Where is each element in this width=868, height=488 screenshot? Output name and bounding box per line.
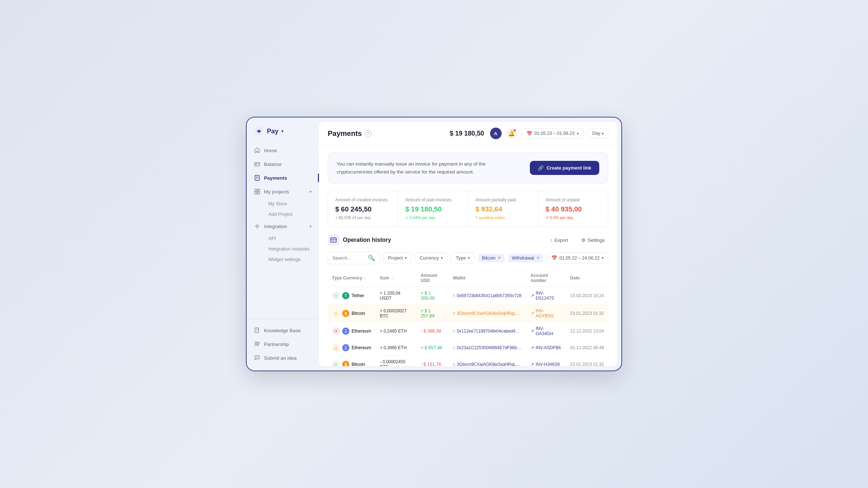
stat-sub-3: ↗ 0.5% per day xyxy=(545,215,601,220)
stat-sub-1: ✓ 5.04% per day xyxy=(405,215,461,220)
type-filter-button[interactable]: Type ▾ xyxy=(451,252,475,264)
cell-sum-1: + 0,00020027 BTC xyxy=(375,305,416,322)
account-number-2[interactable]: ↗ INV-GA34GH xyxy=(531,326,562,336)
bitcoin-filter-tag[interactable]: Bitcoin ✕ xyxy=(478,254,505,262)
wallet-copy-icon-4[interactable]: ⎘ xyxy=(453,362,455,366)
table-header-row: Type Currency ↕ Sum ↓ Amount USD Wallet … xyxy=(328,269,608,287)
sidebar-item-integration[interactable]: Integration ▾ xyxy=(250,219,316,233)
payments-icon xyxy=(254,175,260,181)
account-number-3[interactable]: ↗ INV-ASDFB6 xyxy=(531,345,562,350)
sidebar-item-partnership[interactable]: Partnership xyxy=(250,337,316,351)
withdrawal-tag-remove[interactable]: ✕ xyxy=(536,256,540,260)
transactions-table-container: Type Currency ↕ Sum ↓ Amount USD Wallet … xyxy=(328,269,608,366)
date-range-label: 01.05.23 – 01.06.23 xyxy=(535,131,575,136)
page-title-area: Payments ? xyxy=(328,129,444,138)
date-range-filter[interactable]: 📅 01.05.22 – 24.06.22 ▾ xyxy=(547,252,608,264)
date-range-button[interactable]: 📅 01.05.23 – 01.06.23 ▾ xyxy=(522,128,583,139)
wallet-copy-icon-1[interactable]: ⎘ xyxy=(453,311,455,316)
cell-sum-0: + 1 200,04 USDT xyxy=(375,287,416,305)
sidebar-item-balance[interactable]: Balance xyxy=(250,157,316,171)
create-payment-link-button[interactable]: 🔗 Create payment link xyxy=(530,161,599,175)
bitcoin-tag-remove[interactable]: ✕ xyxy=(498,256,501,260)
date-2: 12.12.2022 13:04 xyxy=(570,329,604,334)
amount-usd-3: + $ 657,48 xyxy=(421,345,442,350)
project-filter-chevron: ▾ xyxy=(405,256,407,260)
notifications-button[interactable]: 🔔 xyxy=(506,128,518,139)
stat-label-1: Amount of paid invoices xyxy=(405,197,461,202)
wallet-copy-icon-2[interactable]: ⎘ xyxy=(453,329,455,333)
stat-value-1: $ 19 180,50 xyxy=(405,205,461,213)
header-amount: $ 19 180,50 xyxy=(450,130,484,137)
sidebar: Pay ▾ Home xyxy=(247,117,319,371)
logo-area[interactable]: Pay ▾ xyxy=(247,123,319,144)
export-button[interactable]: ↑ Export xyxy=(546,235,572,245)
sidebar-item-home[interactable]: Home xyxy=(250,144,316,157)
projects-icon xyxy=(254,188,260,195)
sidebar-item-my-store[interactable]: My Store xyxy=(264,198,316,209)
coin-icon-0: T xyxy=(342,292,349,299)
date-3: 01.11.2022 06:48 xyxy=(570,345,604,350)
avatar-button[interactable]: A xyxy=(490,128,502,139)
account-number-4[interactable]: ↗ INV-H346SK xyxy=(531,362,562,366)
section-actions: ↑ Export ⚙ Settings xyxy=(546,235,608,245)
cell-account-1: ↗ INV-AGYBNS xyxy=(526,305,566,322)
cell-type-currency-0: + T Tether xyxy=(328,287,375,305)
table-row: ✕ Ξ Ethereum + 0,2465 ETH - $ 398,39 ⎘ 0… xyxy=(328,322,608,340)
history-icon xyxy=(328,234,339,246)
filters-row: 🔍 Project ▾ Currency ▾ Type ▾ xyxy=(328,252,608,264)
date-1: 23.01.2023 01:32 xyxy=(570,311,604,316)
sidebar-item-api[interactable]: API xyxy=(264,233,316,244)
sidebar-item-knowledge-base[interactable]: Knowledge Base xyxy=(250,324,316,337)
coin-icon-3: Ξ xyxy=(342,344,349,351)
svg-point-1 xyxy=(258,130,260,132)
stat-sub-0: + $3,538.24 per day xyxy=(335,215,391,220)
wallet-copy-icon-3[interactable]: ⎘ xyxy=(453,346,455,350)
project-filter-button[interactable]: Project ▾ xyxy=(383,252,411,264)
coin-icon-2: Ξ xyxy=(342,328,349,335)
search-input[interactable] xyxy=(332,255,365,261)
stat-sub-2: ? awaiting action xyxy=(476,215,531,220)
sort-icon-sum[interactable]: ↓ xyxy=(391,276,393,280)
sidebar-item-my-projects[interactable]: My projects ▾ xyxy=(250,185,316,198)
svg-rect-14 xyxy=(332,240,332,241)
date-range-chevron: ▾ xyxy=(577,132,579,136)
sidebar-item-label-projects: My projects xyxy=(264,189,289,194)
sidebar-item-integration-modules[interactable]: Integration modules xyxy=(264,244,316,254)
integration-icon xyxy=(254,223,260,230)
svg-point-11 xyxy=(255,342,257,344)
stat-label-2: Amount partially paid xyxy=(476,197,531,202)
search-box[interactable]: 🔍 xyxy=(328,252,380,264)
cell-type-currency-4: + ₿ Bitcoin xyxy=(328,356,375,366)
cell-wallet-4: ⎘ 3Gboro9CXaiAGK8w3xqHRqL6N5DkcpvGFH xyxy=(448,356,526,366)
cell-date-4: 23.01.2023 01:32 xyxy=(566,356,608,366)
withdrawal-filter-tag[interactable]: Withdrawal ✕ xyxy=(508,254,543,262)
svg-rect-3 xyxy=(255,165,256,166)
sort-icon-type[interactable]: ↕ xyxy=(364,276,366,280)
settings-button[interactable]: ⚙ Settings xyxy=(578,235,608,245)
table-row: △ Ξ Ethereum + 0,3965 ETH + $ 657,48 ⎘ 0… xyxy=(328,340,608,356)
type-filter-label: Type xyxy=(456,255,466,261)
period-button[interactable]: Day ▾ xyxy=(588,128,608,138)
projects-chevron: ▾ xyxy=(310,189,312,194)
wallet-address-0: 0x69723b8435411a6b57265v728 xyxy=(457,293,522,298)
sidebar-item-payments[interactable]: Payments xyxy=(250,171,316,185)
cell-date-2: 12.12.2022 13:04 xyxy=(566,322,608,340)
link-icon-1: ↗ xyxy=(531,311,534,316)
currency-filter-button[interactable]: Currency ▾ xyxy=(415,252,447,264)
sidebar-item-submit-idea[interactable]: Submit an idea xyxy=(250,351,316,365)
sidebar-item-widget-settings[interactable]: Widget settings xyxy=(264,254,316,265)
account-number-0[interactable]: ↗ INV-DS1247S xyxy=(531,291,562,301)
cell-sum-4: - 0,00002455 BTC xyxy=(375,356,416,366)
svg-point-12 xyxy=(257,342,259,344)
integration-submenu: API Integration modules Widget settings xyxy=(250,233,316,265)
stat-created-invoices: Amount of created invoices $ 60 245,50 +… xyxy=(328,191,398,227)
account-number-1[interactable]: ↗ INV-AGYBNS xyxy=(531,308,562,318)
sidebar-item-add-project[interactable]: Add Project xyxy=(264,209,316,219)
help-icon[interactable]: ? xyxy=(365,130,371,137)
cell-wallet-0: ⎘ 0x69723b8435411a6b57265v728 xyxy=(448,287,526,305)
stats-row: Amount of created invoices $ 60 245,50 +… xyxy=(328,191,608,227)
cell-date-1: 23.01.2023 01:32 xyxy=(566,305,608,322)
logo-text: Pay xyxy=(267,128,278,135)
wallet-copy-icon-0[interactable]: ⎘ xyxy=(453,294,455,298)
link-icon-0: ↗ xyxy=(531,293,534,298)
